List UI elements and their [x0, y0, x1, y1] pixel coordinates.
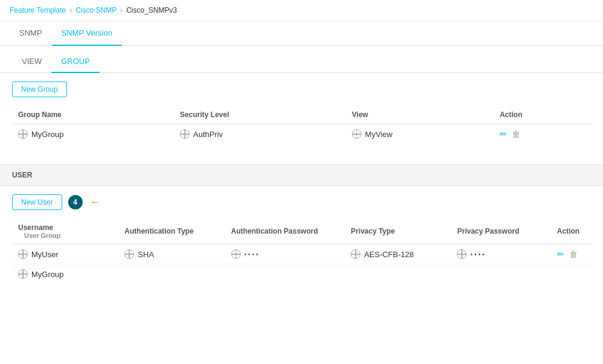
col-user-action: Action — [551, 219, 591, 244]
table-row: MyGroup AuthPriv MyView ✏ 🗑 — [12, 124, 591, 144]
username-cell: MyUser — [12, 244, 118, 264]
user-group-cell: MyGroup — [12, 264, 591, 284]
tab-view[interactable]: VIEW — [12, 51, 51, 73]
auth-type-value: SHA — [138, 250, 154, 259]
new-group-button[interactable]: New Group — [12, 81, 67, 97]
content-area: VIEW GROUP New Group Group Name Security… — [0, 51, 603, 292]
priv-pass-cell: •••• — [451, 244, 550, 264]
globe-icon — [180, 129, 190, 139]
globe-icon — [18, 269, 28, 279]
group-table: Group Name Security Level View Action My… — [12, 106, 591, 144]
user-table-row: MyUser SHA •••• AES-CFB-128 •••• — [12, 244, 591, 264]
delete-user-button[interactable]: 🗑 — [569, 249, 578, 259]
user-action-cell: ✏ 🗑 — [551, 244, 591, 264]
col-username: Username User Group — [12, 219, 118, 244]
globe-icon — [352, 129, 362, 139]
action-cell: ✏ 🗑 — [494, 124, 591, 144]
view-cell: MyView — [346, 124, 494, 144]
security-level-value: AuthPriv — [193, 130, 223, 139]
view-value: MyView — [365, 130, 392, 139]
group-section: New Group Group Name Security Level View… — [0, 73, 603, 152]
group-name-value: MyGroup — [31, 130, 63, 139]
new-user-row: New User 4 ← — [12, 194, 591, 210]
auth-pass-value: •••• — [244, 251, 260, 258]
globe-icon — [231, 249, 241, 259]
arrow-icon: ← — [90, 196, 101, 209]
delete-group-button[interactable]: 🗑 — [512, 129, 520, 139]
edit-group-button[interactable]: ✏ — [500, 129, 507, 139]
col-action: Action — [494, 106, 591, 124]
breadcrumb: Feature Template › Cisco SNMP › Cisco_SN… — [0, 0, 603, 21]
user-section-content: New User 4 ← Username User Group Authent… — [0, 186, 603, 292]
priv-pass-value: •••• — [470, 251, 486, 258]
col-priv-pass: Privacy Password — [451, 219, 550, 244]
breadcrumb-sep-2: › — [120, 6, 123, 14]
col-group-name: Group Name — [12, 106, 174, 124]
group-name-cell: MyGroup — [12, 124, 174, 144]
auth-pass-cell: •••• — [225, 244, 345, 264]
breadcrumb-cisco-snmp[interactable]: Cisco SNMP — [75, 6, 116, 14]
globe-icon — [124, 249, 134, 259]
step-badge: 4 — [68, 195, 83, 209]
globe-icon — [351, 249, 360, 259]
main-tabs: SNMP SNMP Version — [0, 21, 603, 46]
globe-icon — [457, 249, 467, 259]
user-group-row: MyGroup — [12, 264, 591, 284]
user-table: Username User Group Authentication Type … — [12, 219, 591, 284]
user-section-header: USER — [0, 164, 603, 186]
breadcrumb-current: Cisco_SNMPv3 — [126, 6, 177, 14]
col-auth-type: Authentication Type — [118, 219, 225, 244]
new-user-button[interactable]: New User — [12, 194, 62, 210]
edit-user-button[interactable]: ✏ — [557, 249, 564, 259]
username-value: MyUser — [31, 250, 59, 259]
globe-icon — [18, 249, 28, 259]
col-security-level: Security Level — [174, 106, 346, 124]
breadcrumb-feature-template[interactable]: Feature Template — [10, 6, 66, 14]
user-group-value: MyGroup — [31, 270, 63, 279]
priv-type-value: AES-CFB-128 — [364, 250, 413, 259]
globe-icon — [18, 129, 28, 139]
sub-tabs: VIEW GROUP — [0, 51, 603, 73]
tab-group[interactable]: GROUP — [51, 51, 100, 73]
col-view: View — [346, 106, 494, 124]
security-level-cell: AuthPriv — [174, 124, 346, 144]
breadcrumb-sep-1: › — [69, 6, 72, 14]
priv-type-cell: AES-CFB-128 — [345, 244, 451, 264]
col-priv-type: Privacy Type — [345, 219, 451, 244]
tab-snmp-version[interactable]: SNMP Version — [52, 21, 122, 46]
user-section-label: USER — [12, 171, 32, 179]
auth-type-cell: SHA — [118, 244, 225, 264]
tab-snmp[interactable]: SNMP — [10, 21, 52, 46]
col-auth-pass: Authentication Password — [225, 219, 345, 244]
